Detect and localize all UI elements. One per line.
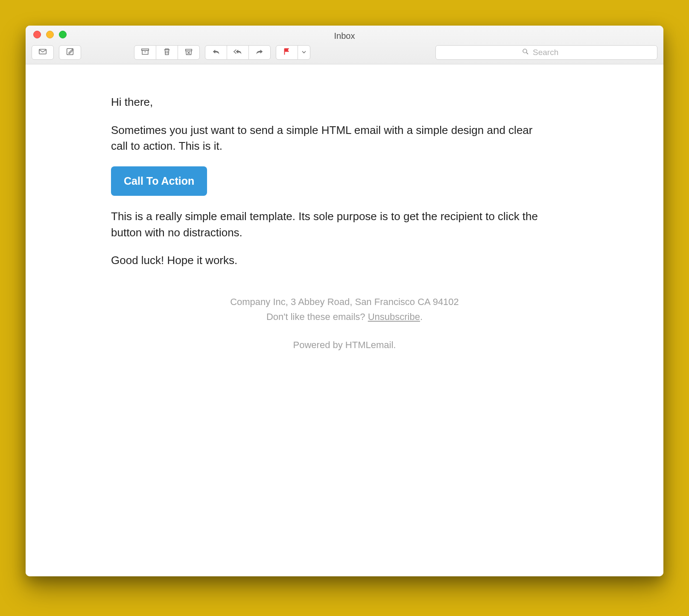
search-icon bbox=[522, 48, 529, 57]
archive-icon bbox=[140, 47, 150, 58]
email-body-paragraph: This is a really simple email template. … bbox=[111, 209, 538, 241]
forward-icon bbox=[255, 47, 264, 58]
close-window-button[interactable] bbox=[33, 31, 41, 38]
unsubscribe-lead: Don't like these emails? bbox=[266, 311, 368, 322]
reply-icon bbox=[211, 47, 221, 58]
archive-button[interactable] bbox=[134, 45, 156, 60]
compose-icon bbox=[65, 47, 75, 58]
compose-button[interactable] bbox=[59, 45, 81, 60]
envelope-icon bbox=[38, 47, 47, 58]
footer-unsubscribe-line: Don't like these emails? Unsubscribe. bbox=[111, 309, 578, 324]
reply-all-button[interactable] bbox=[227, 45, 249, 60]
message-pane: Hi there, Sometimes you just want to sen… bbox=[26, 64, 663, 576]
email-intro: Sometimes you just want to send a simple… bbox=[111, 122, 538, 154]
cta-button[interactable]: Call To Action bbox=[111, 166, 207, 196]
unsubscribe-link[interactable]: Unsubscribe bbox=[368, 311, 420, 322]
svg-rect-0 bbox=[39, 49, 47, 54]
junk-icon bbox=[184, 47, 193, 58]
junk-button[interactable] bbox=[178, 45, 200, 60]
svg-line-9 bbox=[526, 52, 528, 54]
chevron-down-icon bbox=[301, 49, 307, 56]
reply-all-icon bbox=[233, 47, 242, 58]
search-field[interactable] bbox=[435, 45, 657, 60]
flag-button[interactable] bbox=[276, 45, 298, 60]
email-greeting: Hi there, bbox=[111, 94, 538, 110]
get-mail-button[interactable] bbox=[32, 45, 54, 60]
flag-menu-button[interactable] bbox=[298, 45, 310, 60]
svg-rect-7 bbox=[186, 49, 192, 51]
window-controls bbox=[33, 31, 67, 38]
flag-icon bbox=[282, 47, 292, 58]
forward-button[interactable] bbox=[248, 45, 271, 60]
toolbar bbox=[32, 45, 657, 60]
footer-address: Company Inc, 3 Abbey Road, San Francisco… bbox=[111, 294, 578, 309]
titlebar: Inbox bbox=[26, 26, 663, 64]
svg-point-8 bbox=[523, 49, 527, 53]
email-signoff: Good luck! Hope it works. bbox=[111, 253, 538, 269]
search-input[interactable] bbox=[533, 48, 571, 57]
svg-rect-3 bbox=[142, 50, 148, 54]
email-body: Hi there, Sometimes you just want to sen… bbox=[111, 94, 538, 269]
minimize-window-button[interactable] bbox=[46, 31, 54, 38]
maximize-window-button[interactable] bbox=[59, 31, 67, 38]
delete-button[interactable] bbox=[156, 45, 178, 60]
email-footer: Company Inc, 3 Abbey Road, San Francisco… bbox=[111, 294, 578, 352]
window-title: Inbox bbox=[32, 31, 657, 41]
mail-window: Inbox bbox=[26, 26, 663, 576]
trash-icon bbox=[162, 47, 172, 58]
reply-button[interactable] bbox=[205, 45, 227, 60]
footer-powered: Powered by HTMLemail. bbox=[111, 337, 578, 352]
